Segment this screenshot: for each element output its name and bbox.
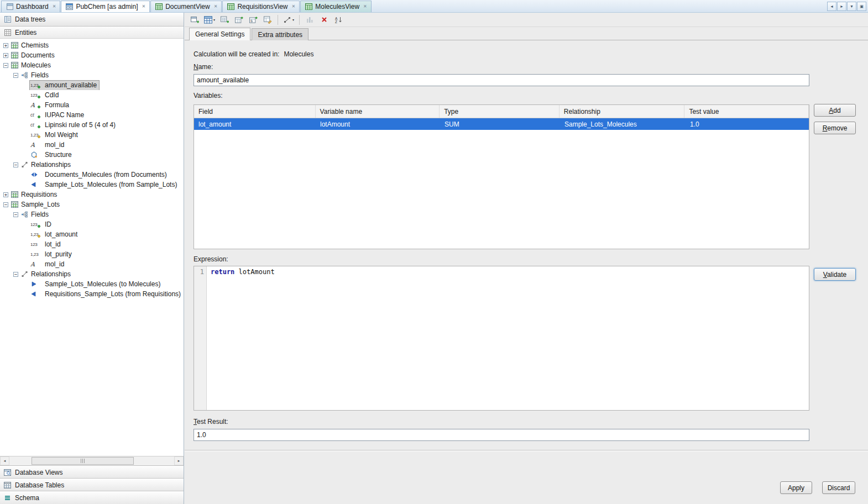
data-trees-header[interactable]: Data trees (0, 13, 184, 27)
tree-item-fields[interactable]: −Fields (0, 209, 184, 219)
expression-editor[interactable]: 1 return lotAmount (194, 266, 809, 411)
tree-item-relationships[interactable]: −Relationships (0, 269, 184, 279)
tree-item-formula[interactable]: AFormula (0, 100, 184, 110)
add-calculated-field-button[interactable]: fx (247, 14, 260, 26)
grid-view-icon (155, 3, 163, 11)
remove-button[interactable]: Remove (814, 122, 856, 134)
window-tab-moleculesview[interactable]: MoleculesView✕ (300, 1, 372, 12)
window-tab-pubchem-as-admin[interactable]: PubChem [as admin]✕ (61, 1, 150, 12)
expand-icon[interactable]: + (3, 192, 8, 197)
apply-button[interactable]: Apply (780, 481, 812, 494)
column-header-variable-name[interactable]: Variable name (316, 105, 440, 118)
tree-item-iupac-name[interactable]: ctIUPAC Name (0, 110, 184, 120)
scroll-right-button[interactable]: ► (174, 456, 184, 465)
add-button[interactable]: Add (814, 104, 856, 117)
tree-item-sample-lots-molecules-from-sample-lots[interactable]: Sample_Lots_Molecules (from Sample_Lots) (0, 180, 184, 190)
window-tab-bar: Dashboard✕PubChem [as admin]✕DocumentVie… (0, 0, 868, 13)
editor-code-area[interactable]: return lotAmount (207, 266, 809, 410)
collapse-icon[interactable]: − (3, 202, 8, 207)
tab-close-icon[interactable]: ✕ (142, 4, 145, 9)
entities-header[interactable]: Entities (0, 27, 184, 39)
tree-item-sample-lots[interactable]: −Sample_Lots (0, 200, 184, 209)
relationship-tool-dropdown-button[interactable]: ▾ (281, 14, 296, 26)
name-input[interactable] (194, 74, 809, 86)
schema-icon (3, 494, 12, 502)
tree-item-cdid[interactable]: 123CdId (0, 90, 184, 100)
column-chart-button[interactable] (303, 14, 316, 26)
column-header-field[interactable]: Field (194, 105, 316, 118)
created-in-value: Molecules (284, 50, 313, 58)
collapse-icon[interactable]: − (13, 272, 18, 277)
window-tab-documentview[interactable]: DocumentView✕ (150, 1, 222, 12)
discard-button[interactable]: Discard (822, 481, 855, 494)
tab-close-icon[interactable]: ✕ (363, 4, 367, 9)
tab-extra-attributes[interactable]: Extra attributes (252, 28, 308, 40)
tree-item-id[interactable]: 123ID (0, 219, 184, 229)
tab-close-icon[interactable]: ✕ (214, 4, 218, 9)
entity-table-icon (11, 51, 19, 59)
tree-item-chemists[interactable]: +Chemists (0, 40, 184, 50)
tree-item-lot-amount[interactable]: 1,23lot_amount (0, 229, 184, 239)
scroll-left-button[interactable]: ◄ (0, 456, 9, 465)
window-tab-requisitionsview[interactable]: RequisitionsView✕ (222, 1, 300, 12)
collapse-icon[interactable]: − (3, 63, 8, 68)
created-in-label: Calculation will be created in: (194, 50, 279, 58)
tab-list-dropdown-button[interactable]: ▼ (847, 2, 856, 11)
tree-item-relationships[interactable]: −Relationships (0, 160, 184, 170)
tree-item-fields[interactable]: −Fields (0, 70, 184, 80)
expand-icon[interactable]: + (3, 43, 8, 48)
cell-field: lot_amount (194, 120, 316, 128)
variables-table[interactable]: FieldVariable nameTypeRelationshipTest v… (194, 104, 809, 249)
collapse-icon[interactable]: − (13, 212, 18, 217)
column-header-test-value[interactable]: Test value (684, 105, 809, 118)
data-trees-icon (3, 15, 12, 23)
tree-item-lipinski-rule-of-5-4-of-4[interactable]: ctLipinski rule of 5 (4 of 4) (0, 120, 184, 130)
variables-table-row[interactable]: lot_amountlotAmountSUMSample_Lots_Molecu… (194, 118, 809, 130)
tree-item-requisitions-sample-lots-from-requisitions[interactable]: Requisitions_Sample_Lots (from Requisiti… (0, 289, 184, 299)
tree-item-mol-id[interactable]: Amol_id (0, 259, 184, 269)
tree-item-lot-purity[interactable]: 1,23lot_purity (0, 249, 184, 259)
test-result-input[interactable] (194, 429, 809, 441)
tree-item-molecules[interactable]: −Molecules (0, 60, 184, 70)
sort-az-button[interactable]: AZ (332, 14, 345, 26)
new-entity-button[interactable] (218, 14, 231, 26)
grid-views-dropdown-button[interactable]: ▾ (202, 14, 217, 26)
tree-item-documents[interactable]: +Documents (0, 50, 184, 60)
window-tab-dashboard[interactable]: Dashboard✕ (1, 1, 60, 12)
field-decimal-icon: 1,23 (30, 250, 43, 258)
tab-close-icon[interactable]: ✕ (53, 4, 56, 9)
tree-item-lot-id[interactable]: 123lot_id (0, 239, 184, 249)
scrollbar-track[interactable] (9, 456, 174, 465)
collapse-icon[interactable]: − (13, 162, 18, 167)
maximize-window-button[interactable]: ▣ (857, 2, 866, 11)
data-trees-title: Data trees (15, 15, 45, 23)
panel-schema[interactable]: Schema (0, 491, 184, 504)
tab-close-icon[interactable]: ✕ (292, 4, 296, 9)
expand-icon[interactable]: + (3, 53, 8, 58)
tree-item-label: Requisitions_Sample_Lots (from Requisiti… (45, 290, 181, 298)
tree-item-amount-available[interactable]: 1,23amount_available (0, 80, 184, 90)
edit-entity-button[interactable] (261, 14, 274, 26)
tab-general-settings[interactable]: General Settings (189, 28, 250, 40)
tree-item-requisitions[interactable]: +Requisitions (0, 190, 184, 200)
panel-database-tables[interactable]: Database Tables (0, 479, 184, 491)
tree-item-mol-id[interactable]: Amol_id (0, 140, 184, 150)
tree-item-documents-molecules-from-documents[interactable]: Documents_Molecules (from Documents) (0, 170, 184, 180)
new-data-tree-button[interactable] (188, 14, 201, 26)
validate-button[interactable]: Validate (814, 268, 856, 281)
horizontal-scrollbar[interactable]: ◄ ► (0, 456, 184, 465)
delete-button[interactable] (317, 14, 331, 26)
scroll-tabs-left-button[interactable]: ◄ (827, 2, 836, 11)
entities-tree: +Chemists+Documents−Molecules−Fields1,23… (0, 39, 184, 456)
tree-item-structure[interactable]: Structure (0, 150, 184, 160)
tree-item-sample-lots-molecules-to-molecules[interactable]: Sample_Lots_Molecules (to Molecules) (0, 279, 184, 289)
add-field-button[interactable] (232, 14, 245, 26)
window-tab-label: Dashboard (16, 3, 49, 11)
column-header-type[interactable]: Type (440, 105, 560, 118)
tree-item-mol-weight[interactable]: 1,23Mol Weight (0, 130, 184, 140)
scroll-tabs-right-button[interactable]: ► (837, 2, 846, 11)
column-header-relationship[interactable]: Relationship (560, 105, 685, 118)
scrollbar-thumb[interactable] (32, 457, 134, 465)
panel-database-views[interactable]: Database Views (0, 466, 184, 479)
collapse-icon[interactable]: − (13, 73, 18, 78)
